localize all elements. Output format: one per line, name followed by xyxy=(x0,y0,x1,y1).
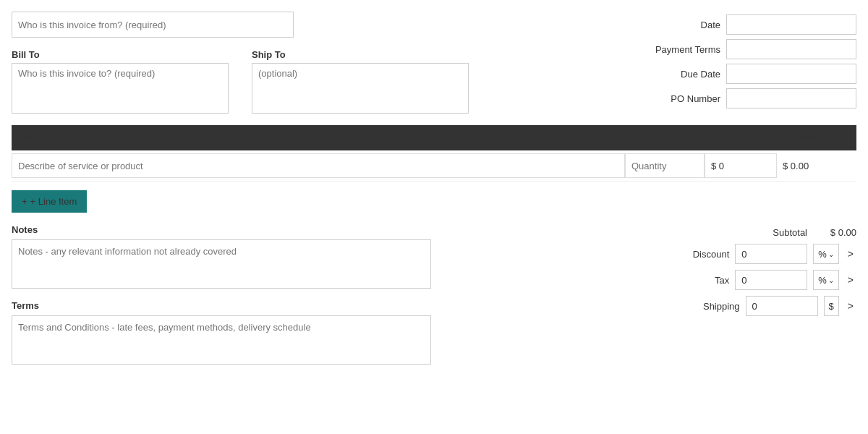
item-description-input[interactable] xyxy=(12,153,625,178)
th-rate: Rate xyxy=(699,132,771,143)
quantity-input[interactable] xyxy=(625,153,705,178)
terms-label: Terms xyxy=(12,300,431,311)
payment-terms-label: Payment Terms xyxy=(641,44,720,55)
ship-to-input[interactable] xyxy=(252,63,469,114)
bill-to-label: Bill To xyxy=(12,49,229,60)
add-line-item-button[interactable]: + + Line Item xyxy=(12,190,87,213)
shipping-unit-dropdown[interactable]: $ xyxy=(824,296,839,316)
discount-label: Discount xyxy=(671,249,729,260)
discount-input[interactable] xyxy=(735,244,807,264)
bill-to-input[interactable] xyxy=(12,63,229,114)
discount-chevron-icon: ⌄ xyxy=(828,250,834,258)
table-header: Item Quantity Rate Amount xyxy=(12,125,856,150)
plus-icon: + xyxy=(22,196,27,207)
rate-input[interactable] xyxy=(705,153,777,178)
th-item: Item xyxy=(17,132,619,143)
shipping-unit: $ xyxy=(829,301,834,312)
terms-input[interactable] xyxy=(12,315,431,365)
tax-input[interactable] xyxy=(735,270,807,290)
due-date-label: Due Date xyxy=(641,69,720,80)
shipping-label: Shipping xyxy=(682,301,740,312)
ship-to-label: Ship To xyxy=(252,49,469,60)
payment-terms-input[interactable] xyxy=(726,39,856,59)
tax-expand-button[interactable]: > xyxy=(845,274,856,286)
add-line-item-label: + Line Item xyxy=(30,196,77,207)
tax-unit: % xyxy=(818,275,827,286)
subtotal-value: $ 0.00 xyxy=(813,227,856,238)
po-number-label: PO Number xyxy=(641,93,720,104)
due-date-input[interactable] xyxy=(726,64,856,84)
tax-chevron-icon: ⌄ xyxy=(828,276,834,284)
tax-unit-dropdown[interactable]: % ⌄ xyxy=(813,270,839,290)
th-quantity: Quantity xyxy=(619,132,699,143)
subtotal-label: Subtotal xyxy=(749,227,807,238)
date-label: Date xyxy=(641,20,720,30)
th-amount: Amount xyxy=(771,132,851,143)
notes-input[interactable] xyxy=(12,239,431,289)
date-input[interactable] xyxy=(726,14,856,35)
discount-expand-button[interactable]: > xyxy=(845,248,856,260)
table-row: $ 0.00 xyxy=(12,150,856,182)
po-number-input[interactable] xyxy=(726,88,856,109)
shipping-expand-button[interactable]: > xyxy=(845,300,856,312)
from-input[interactable] xyxy=(12,12,294,38)
amount-value: $ 0.00 xyxy=(777,161,856,171)
discount-unit: % xyxy=(818,249,827,260)
discount-unit-dropdown[interactable]: % ⌄ xyxy=(813,244,839,264)
tax-label: Tax xyxy=(671,275,729,286)
notes-label: Notes xyxy=(12,224,431,235)
shipping-input[interactable] xyxy=(746,296,818,316)
